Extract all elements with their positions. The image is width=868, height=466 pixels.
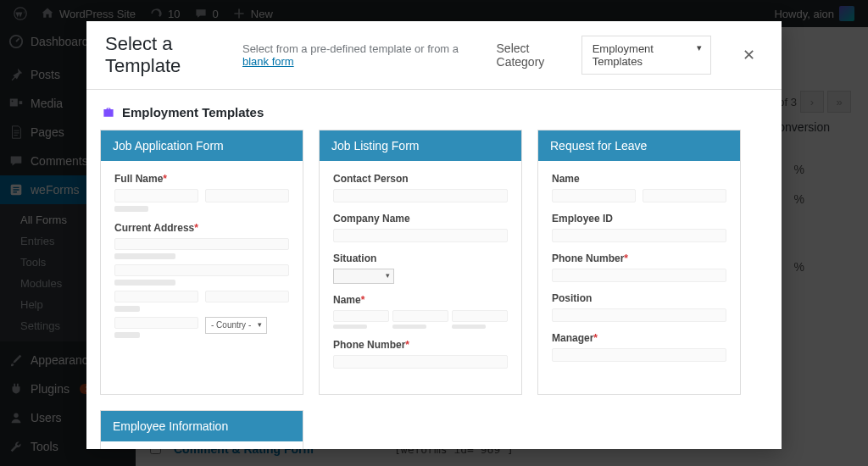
- card-title: Request for Leave: [538, 130, 740, 161]
- form-field: Situation: [333, 252, 508, 284]
- form-field: Contact Person: [333, 173, 508, 202]
- form-field: Current Address* - Country -: [114, 222, 289, 338]
- form-field: Company Name: [333, 213, 508, 242]
- blank-form-link[interactable]: blank form: [242, 55, 294, 68]
- form-field: Position: [552, 292, 726, 322]
- modal-subtitle: Select from a pre-defined template or fr…: [242, 42, 466, 68]
- form-field: Name*: [333, 294, 508, 329]
- form-field: Manager*: [552, 332, 726, 362]
- template-grid: Job Application Form Full Name* Current …: [93, 130, 775, 449]
- category-select[interactable]: Employment Templates: [581, 36, 711, 75]
- briefcase-icon: [102, 106, 115, 119]
- template-card-request-leave[interactable]: Request for Leave Name Employee ID Phone…: [537, 130, 741, 395]
- template-card-job-listing[interactable]: Job Listing Form Contact Person Company …: [319, 130, 522, 395]
- close-button[interactable]: ✕: [735, 46, 763, 64]
- card-title: Job Listing Form: [320, 130, 521, 161]
- modal-title: Select a Template: [105, 33, 227, 77]
- form-field: Employee ID: [552, 213, 726, 242]
- modal-body[interactable]: Employment Templates Job Application For…: [86, 90, 782, 449]
- form-field: Full Name*: [114, 173, 289, 212]
- form-field: Name: [552, 173, 726, 202]
- card-title: Employee Information: [101, 411, 303, 441]
- modal-header: Select a Template Select from a pre-defi…: [86, 21, 782, 90]
- card-title: Job Application Form: [101, 130, 303, 161]
- section-title: Employment Templates: [93, 102, 775, 130]
- template-modal: Select a Template Select from a pre-defi…: [86, 21, 782, 449]
- template-card-job-application[interactable]: Job Application Form Full Name* Current …: [100, 130, 303, 395]
- category-label: Select Category: [497, 42, 566, 69]
- form-field: Phone Number*: [552, 252, 726, 282]
- form-field: Phone Number*: [333, 339, 508, 369]
- modal-overlay[interactable]: Select a Template Select from a pre-defi…: [0, 0, 868, 466]
- template-card-employee-info[interactable]: Employee Information Name* Address*: [100, 410, 303, 449]
